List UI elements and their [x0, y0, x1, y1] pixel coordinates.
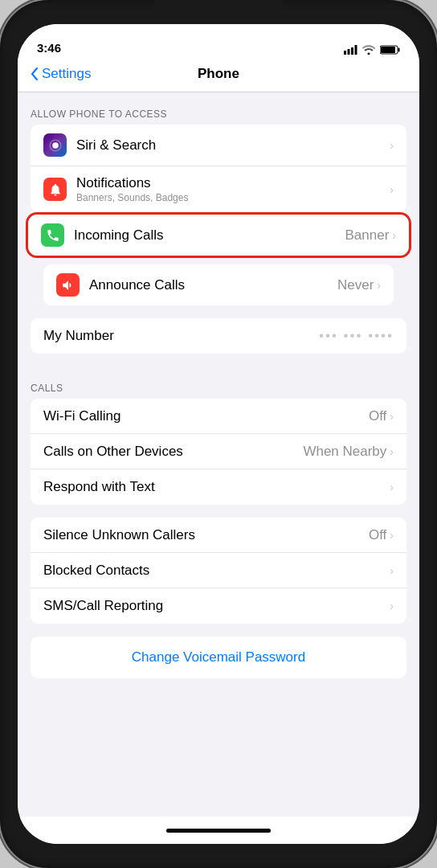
announce-calls-list: Announce Calls Never › — [43, 264, 394, 305]
calls-other-chevron: › — [390, 445, 394, 458]
sms-call-content: SMS/Call Reporting — [43, 598, 390, 614]
announce-calls-value: Never — [337, 277, 374, 293]
status-bar: 3:46 — [18, 24, 419, 59]
wifi-calling-content: Wi-Fi Calling — [43, 408, 369, 424]
svg-rect-3 — [355, 45, 357, 55]
incoming-calls-icon — [41, 223, 64, 247]
calls-other-right: When Nearby › — [303, 444, 394, 460]
signal-icon — [344, 45, 357, 55]
home-bar — [166, 829, 271, 833]
calls-other-title: Calls on Other Devices — [43, 444, 303, 460]
notifications-subtitle: Banners, Sounds, Badges — [76, 192, 390, 203]
calls-other-value: When Nearby — [303, 444, 386, 460]
voicemail-link[interactable]: Change Voicemail Password — [31, 637, 406, 678]
siri-icon — [43, 133, 67, 157]
siri-search-content: Siri & Search — [76, 137, 390, 154]
respond-text-right: › — [390, 481, 394, 493]
allow-access-group: Siri & Search › Notifications — [31, 125, 406, 212]
my-number-right: ••• ••• •••• — [319, 328, 394, 344]
back-button[interactable]: Settings — [31, 66, 91, 82]
announce-calls-icon — [56, 273, 80, 297]
calls-other-devices-item[interactable]: Calls on Other Devices When Nearby › — [31, 434, 406, 469]
privacy-group: Silence Unknown Callers Off › Blocked Co… — [31, 518, 406, 624]
spacer4 — [18, 505, 419, 518]
incoming-calls-title: Incoming Calls — [74, 227, 345, 244]
my-number-value: ••• ••• •••• — [319, 328, 394, 344]
wifi-calling-value: Off — [369, 408, 386, 424]
voicemail-label: Change Voicemail Password — [132, 649, 305, 665]
incoming-calls-right: Banner › — [345, 227, 397, 244]
notifications-content: Notifications Banners, Sounds, Badges — [76, 175, 390, 203]
wifi-calling-title: Wi-Fi Calling — [43, 408, 369, 424]
spacer3 — [18, 354, 419, 366]
announce-calls-right: Never › — [337, 277, 381, 293]
scroll-content: ALLOW PHONE TO ACCESS Siri & Search › — [18, 92, 419, 817]
sms-call-title: SMS/Call Reporting — [43, 598, 390, 614]
phone-incoming-icon — [46, 228, 60, 243]
svg-rect-2 — [351, 47, 353, 55]
incoming-calls-chevron: › — [392, 229, 396, 242]
back-label: Settings — [42, 66, 91, 82]
svg-rect-0 — [344, 51, 346, 55]
announce-calls-item[interactable]: Announce Calls Never › — [43, 264, 394, 305]
siri-logo-icon — [48, 138, 63, 153]
incoming-calls-highlighted: Incoming Calls Banner › — [26, 212, 411, 258]
siri-search-item[interactable]: Siri & Search › — [31, 125, 406, 166]
status-icons — [344, 45, 400, 55]
siri-search-chevron: › — [390, 139, 394, 152]
battery-icon — [380, 45, 400, 55]
silence-unknown-content: Silence Unknown Callers — [43, 527, 369, 543]
svg-rect-1 — [348, 49, 350, 55]
svg-rect-5 — [398, 48, 400, 52]
notifications-title: Notifications — [76, 175, 390, 191]
silence-unknown-item[interactable]: Silence Unknown Callers Off › — [31, 518, 406, 553]
wifi-calling-right: Off › — [369, 408, 394, 424]
sms-call-right: › — [390, 600, 394, 612]
notifications-right: › — [390, 183, 394, 196]
announce-calls-group: Announce Calls Never › — [31, 264, 406, 305]
section-header-calls: CALLS — [18, 366, 419, 399]
notifications-icon — [43, 178, 67, 201]
siri-search-title: Siri & Search — [76, 137, 390, 154]
nav-title: Phone — [198, 66, 239, 82]
respond-text-title: Respond with Text — [43, 479, 390, 495]
wifi-icon — [362, 45, 375, 55]
blocked-contacts-title: Blocked Contacts — [43, 563, 390, 579]
wifi-calling-chevron: › — [390, 410, 394, 423]
calls-other-content: Calls on Other Devices — [43, 444, 303, 460]
svg-point-7 — [52, 142, 59, 149]
blocked-contacts-item[interactable]: Blocked Contacts › — [31, 553, 406, 588]
siri-search-right: › — [390, 139, 394, 152]
silence-unknown-right: Off › — [369, 527, 394, 543]
incoming-calls-value: Banner — [345, 227, 390, 244]
blocked-contacts-content: Blocked Contacts — [43, 563, 390, 579]
notifications-item[interactable]: Notifications Banners, Sounds, Badges › — [31, 166, 406, 212]
nav-bar: Settings Phone — [18, 59, 419, 92]
respond-text-chevron: › — [390, 481, 394, 493]
incoming-calls-content: Incoming Calls — [74, 227, 345, 244]
status-time: 3:46 — [37, 41, 61, 55]
svg-rect-6 — [381, 47, 395, 53]
spacer2 — [18, 305, 419, 318]
my-number-content: My Number — [43, 328, 319, 344]
bell-icon — [48, 182, 63, 197]
spacer5 — [18, 624, 419, 637]
my-number-group: My Number ••• ••• •••• — [31, 318, 406, 354]
incoming-calls-item[interactable]: Incoming Calls Banner › — [28, 215, 409, 256]
home-indicator — [18, 817, 419, 844]
wifi-calling-item[interactable]: Wi-Fi Calling Off › — [31, 399, 406, 434]
notch — [154, 0, 283, 24]
respond-text-content: Respond with Text — [43, 479, 390, 495]
announce-calls-content: Announce Calls — [89, 277, 337, 293]
back-chevron-icon — [31, 68, 39, 80]
sms-call-reporting-item[interactable]: SMS/Call Reporting › — [31, 588, 406, 624]
section-header-allow: ALLOW PHONE TO ACCESS — [18, 92, 419, 125]
respond-text-item[interactable]: Respond with Text › — [31, 469, 406, 505]
my-number-item[interactable]: My Number ••• ••• •••• — [31, 318, 406, 354]
notifications-chevron: › — [390, 183, 394, 196]
phone-frame: 3:46 — [0, 0, 437, 868]
spacer6 — [18, 678, 419, 691]
blocked-contacts-right: › — [390, 564, 394, 577]
phone-inner: 3:46 — [18, 24, 419, 844]
blocked-contacts-chevron: › — [390, 564, 394, 577]
